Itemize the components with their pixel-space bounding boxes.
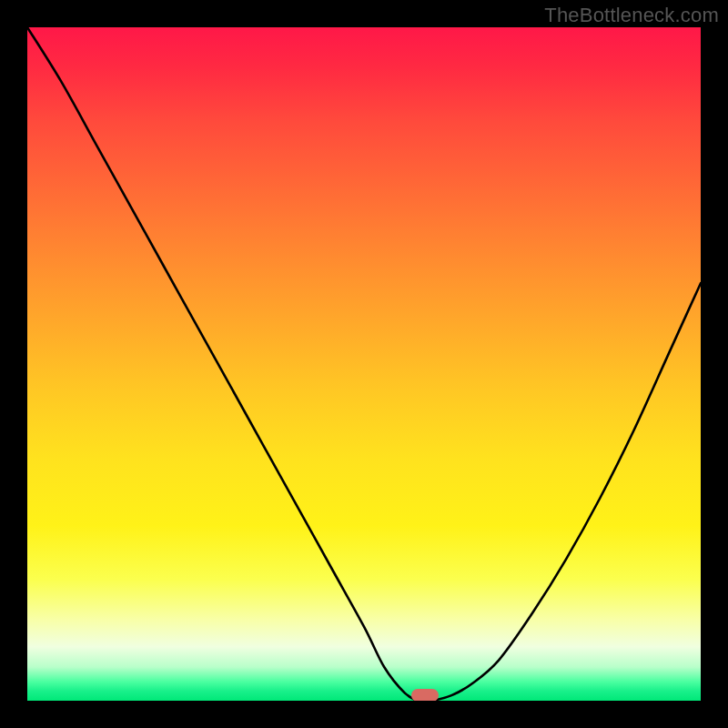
- chart-stage: TheBottleneck.com: [0, 0, 728, 728]
- watermark-text: TheBottleneck.com: [544, 4, 719, 27]
- bottleneck-curve: [27, 27, 701, 701]
- plot-area: [27, 27, 701, 701]
- optimal-point-marker: [411, 689, 439, 701]
- curve-path: [27, 27, 701, 701]
